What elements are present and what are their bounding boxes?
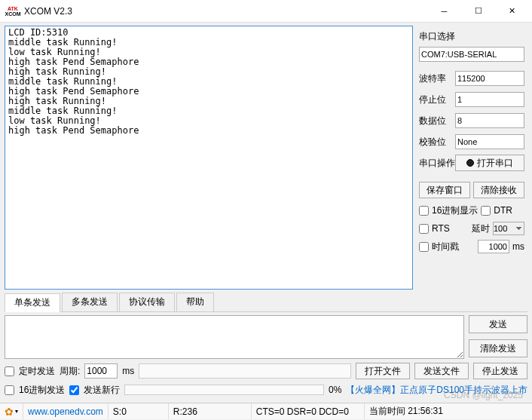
hex-send-label: 16进制发送: [19, 384, 65, 397]
status-received: R:236: [169, 403, 252, 419]
hex-send-checkbox[interactable]: [5, 385, 14, 395]
progress-percent: 0%: [329, 385, 341, 395]
cycle-input[interactable]: [84, 363, 118, 379]
rts-checkbox[interactable]: [419, 224, 429, 234]
close-button[interactable]: ✕: [495, 1, 529, 22]
progress-bar: [124, 385, 324, 395]
cycle-label: 周期:: [60, 365, 80, 378]
send-newline-label: 发送新行: [84, 384, 120, 397]
port-section-title: 串口选择: [419, 30, 524, 43]
timestamp-checkbox[interactable]: [419, 242, 429, 252]
open-file-button[interactable]: 打开文件: [356, 363, 410, 379]
timestamp-input[interactable]: [478, 240, 509, 253]
send-file-button[interactable]: 发送文件: [414, 363, 469, 379]
parity-label: 校验位: [419, 136, 455, 149]
timed-send-label: 定时发送: [19, 365, 55, 378]
clear-send-button[interactable]: 清除发送: [469, 339, 527, 357]
receive-textarea[interactable]: LCD ID:5310 middle task Running! low tas…: [5, 26, 413, 290]
stopbits-label: 停止位: [419, 94, 455, 106]
stop-send-button[interactable]: 停止发送: [473, 363, 527, 379]
dtr-label: DTR: [494, 205, 512, 216]
baud-select[interactable]: 115200: [455, 71, 524, 86]
chevron-down-icon: ▾: [15, 408, 18, 415]
baud-label: 波特率: [419, 72, 455, 85]
send-textarea[interactable]: [5, 315, 464, 359]
port-status-lamp: [466, 159, 474, 167]
open-port-button[interactable]: 打开串口: [455, 155, 524, 171]
app-icon: ATK XCOM: [6, 5, 20, 18]
tab-single-send[interactable]: 单条发送: [5, 293, 60, 312]
file-path-field[interactable]: [139, 363, 351, 379]
tab-help[interactable]: 帮助: [176, 293, 214, 311]
databits-select[interactable]: 8: [455, 113, 524, 128]
delay-select[interactable]: 100: [493, 222, 524, 235]
timestamp-unit: ms: [512, 241, 524, 252]
stopbits-select[interactable]: 1: [455, 92, 524, 107]
parity-select[interactable]: None: [455, 134, 524, 149]
send-button[interactable]: 发送: [469, 315, 527, 333]
status-signals: CTS=0 DSR=0 DCD=0: [252, 403, 365, 419]
port-select[interactable]: COM7:USB-SERIAL: [419, 47, 524, 62]
clear-receive-button[interactable]: 清除接收: [473, 182, 524, 198]
timed-send-checkbox[interactable]: [5, 366, 14, 376]
maximize-button[interactable]: ☐: [461, 1, 495, 22]
hex-display-checkbox[interactable]: [419, 206, 429, 216]
tab-multi-send[interactable]: 多条发送: [62, 293, 118, 311]
rts-label: RTS: [432, 223, 450, 234]
port-op-label: 串口操作: [419, 157, 455, 170]
dtr-checkbox[interactable]: [481, 206, 491, 216]
promo-link[interactable]: 【火爆全网】正点原子DS100手持示波器上市: [346, 384, 527, 397]
cycle-unit: ms: [122, 366, 134, 376]
delay-label: 延时: [472, 222, 490, 235]
status-sent: S:0: [109, 403, 169, 419]
url-link[interactable]: www.openedv.com: [28, 406, 103, 417]
databits-label: 数据位: [419, 115, 455, 127]
gear-icon: ✿: [5, 406, 14, 418]
timestamp-label: 时间戳: [432, 241, 459, 253]
hex-display-label: 16进制显示: [432, 204, 478, 217]
status-time: 当前时间 21:56:31: [365, 403, 532, 419]
send-newline-checkbox[interactable]: [69, 385, 79, 395]
minimize-button[interactable]: ─: [427, 1, 461, 22]
window-title: XCOM V2.3: [24, 6, 427, 17]
tab-protocol[interactable]: 协议传输: [119, 293, 175, 311]
save-window-button[interactable]: 保存窗口: [419, 182, 470, 198]
settings-button[interactable]: ✿▾: [0, 403, 23, 419]
